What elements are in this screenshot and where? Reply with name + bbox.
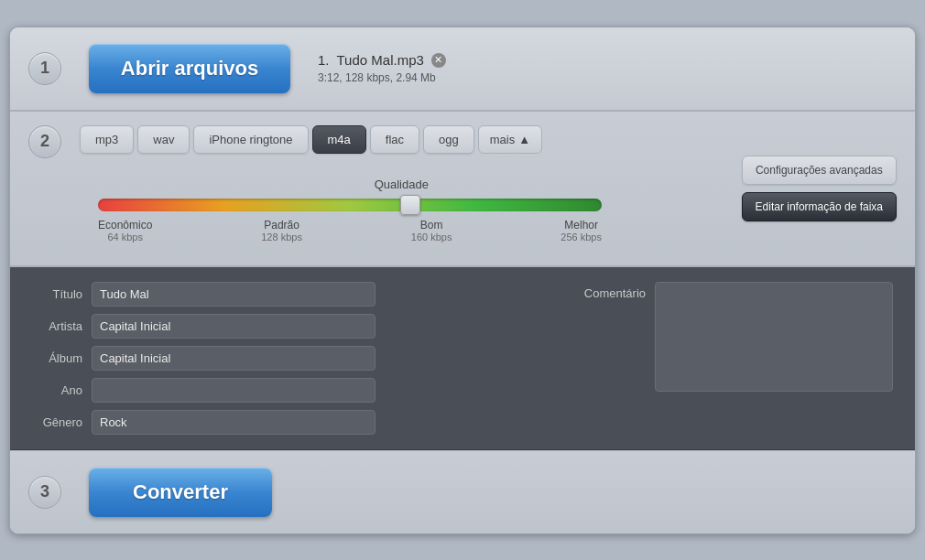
tab-mp3[interactable]: mp3 [80,125,134,154]
comment-textarea[interactable] [655,282,893,392]
album-input[interactable] [92,346,375,371]
file-number: 1. [318,52,330,68]
quality-slider-container [98,199,705,211]
mark-bom-kbps: 160 kbps [411,232,452,242]
tag-row-artist: Artista [32,314,557,339]
slider-marks: Econômico 64 kbps Padrão 128 kbps Bom 16… [98,219,602,242]
convert-button[interactable]: Converter [89,468,272,517]
file-meta-text: 3:12, 128 kbps, 2.94 Mb [318,71,446,84]
tab-iphone-ringtone[interactable]: iPhone ringtone [193,125,308,154]
section-convert: 3 Converter [10,451,915,533]
mark-melhor: Melhor 256 kbps [560,219,602,242]
section-open-files: 1 Abrir arquivos 1. Tudo Mal.mp3 ✕ 3:12,… [10,27,915,111]
open-files-button[interactable]: Abrir arquivos [89,44,290,93]
file-info: 1. Tudo Mal.mp3 ✕ 3:12, 128 kbps, 2.94 M… [318,52,446,84]
artist-input[interactable] [92,314,375,339]
mark-melhor-label: Melhor [560,219,602,232]
genre-input[interactable] [92,410,375,435]
tag-row-album: Álbum [32,346,557,371]
file-name-text: Tudo Mal.mp3 [337,52,424,68]
mark-bom-label: Bom [411,219,452,232]
tab-more-arrow-icon: ▲ [518,133,530,146]
quality-section: Qualidade Econômico 64 kbps Padrão 128 k… [80,168,724,252]
app-container: 1 Abrir arquivos 1. Tudo Mal.mp3 ✕ 3:12,… [9,27,916,534]
mark-padrao: Padrão 128 kbps [261,219,302,242]
artist-label: Artista [32,319,82,333]
tag-row-year: Ano [32,378,557,403]
quality-slider-track[interactable] [98,199,602,211]
album-label: Álbum [32,351,82,365]
quality-slider-thumb[interactable] [400,195,420,215]
mark-economico: Econômico 64 kbps [98,219,152,242]
file-close-button[interactable]: ✕ [431,53,446,68]
step-2-circle: 2 [28,125,61,158]
step-1-circle: 1 [28,52,61,85]
step-3-circle: 3 [28,476,61,509]
tag-row-title: Título [32,282,557,307]
tag-left: Título Artista Álbum Ano Gênero [32,282,557,435]
quality-label: Qualidade [98,178,705,191]
tab-wav[interactable]: wav [137,125,190,154]
comment-label: Comentário [584,282,646,300]
mark-padrao-label: Padrão [261,219,302,232]
tab-ogg[interactable]: ogg [423,125,474,154]
mark-economico-kbps: 64 kbps [98,232,152,242]
right-buttons: Configurações avançadas Editar informaçã… [742,156,897,221]
tag-right: Comentário [584,282,893,435]
year-input[interactable] [92,378,375,403]
mark-padrao-kbps: 128 kbps [261,232,302,242]
title-label: Título [32,287,82,301]
section-format: 2 mp3 wav iPhone ringtone m4a flac ogg m… [10,112,915,266]
tab-more[interactable]: mais ▲ [478,125,542,154]
mark-economico-label: Econômico [98,219,152,232]
mark-melhor-kbps: 256 kbps [560,232,602,242]
year-label: Ano [32,383,82,397]
tab-flac[interactable]: flac [370,125,419,154]
format-tabs-area: mp3 wav iPhone ringtone m4a flac ogg mai… [80,125,724,252]
section-tags: Título Artista Álbum Ano Gênero [10,267,915,450]
genre-label: Gênero [32,415,82,429]
file-name-row: 1. Tudo Mal.mp3 ✕ [318,52,446,68]
edit-track-button[interactable]: Editar informação de faixa [742,192,897,221]
tab-more-label: mais [490,133,515,146]
tab-m4a[interactable]: m4a [312,125,366,154]
advanced-settings-button[interactable]: Configurações avançadas [742,156,897,185]
format-tabs: mp3 wav iPhone ringtone m4a flac ogg mai… [80,125,724,154]
title-input[interactable] [92,282,375,307]
tag-form: Título Artista Álbum Ano Gênero [32,282,893,435]
tag-row-genre: Gênero [32,410,557,435]
mark-bom: Bom 160 kbps [411,219,452,242]
